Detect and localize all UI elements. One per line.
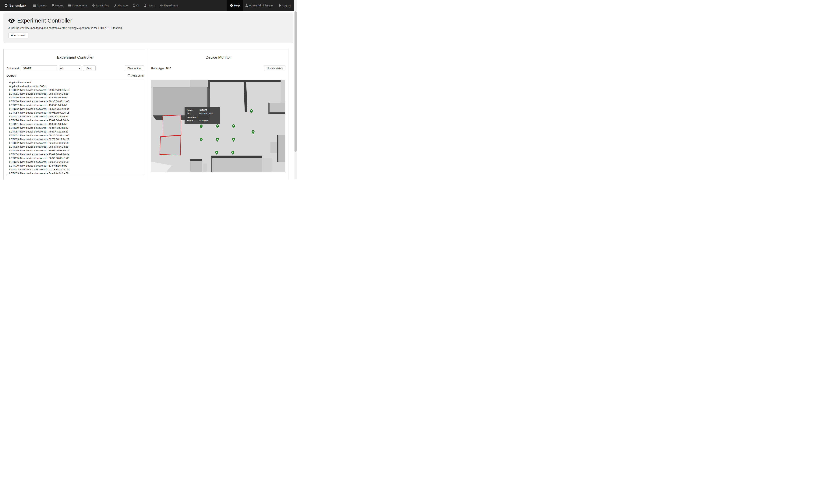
log-line: LGTC70: New device discovered - 25:69:3d… (9, 118, 142, 122)
update-states-button[interactable]: Update states (264, 65, 285, 71)
autoscroll-control[interactable]: Auto-scroll (128, 74, 144, 77)
radio-type-value: BLE (166, 67, 171, 70)
tooltip-location-value: 1 (197, 116, 198, 119)
list-icon (68, 4, 71, 7)
experiment-controller-panel: Experiment Controller Command: All Send … (3, 49, 147, 179)
log-line: LGTC51: New device discovered - 0c:e3:fe… (9, 92, 142, 96)
log-line: LGTC66: New device discovered - 6b:36:68… (9, 100, 142, 103)
log-line: Application started! (9, 81, 142, 85)
nav-item-label: CI (137, 4, 139, 7)
tooltip-status-row: Status: RUNNING (187, 119, 217, 122)
log-line: LGTC70: New device discovered - 13:ff:66… (9, 164, 142, 168)
navbar: SensorLab ClustersNodesComponentsMonitor… (0, 0, 297, 11)
log-line: LGTC51: New device discovered - 6b:36:68… (9, 134, 142, 137)
highlight-zone-1[interactable] (163, 115, 181, 136)
log-line: LGTC51: New device discovered - 4e:fe:40… (9, 115, 142, 118)
eye-icon (160, 4, 163, 6)
clock-icon (92, 4, 95, 7)
page-title-text: Experiment Controller (17, 18, 72, 24)
page-scrollbar-thumb[interactable] (294, 11, 296, 152)
command-input[interactable] (21, 66, 57, 71)
tooltip-location-row: Location: 1 (187, 116, 217, 119)
send-button[interactable]: Send (83, 66, 96, 71)
log-line: LGTC56: New device discovered - 0c:e3:fe… (9, 160, 142, 164)
tooltip-location-label: Location: (187, 116, 197, 119)
nav-item-nodes[interactable]: Nodes (49, 0, 66, 11)
controller-panel-title: Experiment Controller (7, 55, 144, 59)
tooltip-ip-row: IP: 192.168.12.51 (187, 112, 217, 115)
nav-item-users[interactable]: Users (142, 0, 157, 11)
page-scrollbar[interactable] (294, 0, 297, 179)
question-icon: ? (230, 4, 233, 7)
log-line: LGTC69: New device discovered - 4e:fe:40… (9, 126, 142, 130)
tooltip-ip-label: IP: (187, 112, 199, 115)
command-label: Command: (7, 67, 20, 70)
nav-item-label: Clusters (37, 4, 47, 7)
log-line: LGTC69: New device discovered - 52:73:88… (9, 137, 142, 141)
device-monitor-panel: Device Monitor Radio type: BLE Update st… (148, 49, 288, 179)
page-subtitle: A tool for real time monitoring and cont… (8, 26, 288, 29)
command-row: Command: All Send Clear output (7, 65, 144, 71)
autoscroll-checkbox[interactable] (128, 74, 130, 77)
nav-item-label: Components (72, 4, 88, 7)
monitor-header-row: Radio type: BLE Update states (151, 65, 285, 71)
main-content: Experiment Controller Command: All Send … (3, 49, 293, 179)
nav-item-label: Monitoring (96, 4, 109, 7)
brand[interactable]: SensorLab (3, 0, 28, 11)
clear-output-button[interactable]: Clear output (125, 65, 144, 71)
tooltip-status-value: RUNNING (199, 119, 209, 122)
refresh-icon (133, 4, 135, 7)
output-header-row: Output: Auto-scroll (7, 74, 144, 77)
floorplan-map (151, 80, 285, 172)
how-to-use-button[interactable]: How to use? (8, 32, 28, 39)
tooltip-ip-value: 192.168.12.51 (199, 112, 213, 115)
navbar-items: ClustersNodesComponentsMonitoringManageC… (31, 0, 180, 11)
log-line: LGTC52: New device discovered - 79:05:ad… (9, 88, 142, 92)
eye-icon (8, 19, 15, 23)
log-line: LGTC55: New device discovered - 79:05:ad… (9, 149, 142, 152)
page-title: Experiment Controller (8, 18, 288, 24)
svg-text:?: ? (231, 4, 232, 7)
target-select[interactable]: All (59, 66, 81, 71)
tooltip-name-label: Name: (187, 109, 199, 112)
grid-icon (33, 4, 35, 7)
device-map[interactable]: Name: LGTC51 IP: 192.168.12.51 Location:… (151, 80, 285, 172)
nav-item-label: Logout (282, 4, 291, 7)
nav-item-components[interactable]: Components (66, 0, 90, 11)
log-line: LGTC52: New device discovered - 0c:e3:fe… (9, 141, 142, 145)
log-line: LGTC53: New device discovered - 79:05:ad… (9, 111, 142, 115)
nav-item-label: Manage (118, 4, 127, 7)
log-line: Application duration set to: 600s! (9, 85, 142, 88)
nav-item-label: Users (148, 4, 155, 7)
log-line: LGTC56: New device discovered - 13:ff:66… (9, 96, 142, 100)
nav-item-logout[interactable]: Logout (276, 0, 293, 11)
nav-item-label: Admin Administrator (249, 4, 274, 7)
tooltip-status-label: Status: (187, 119, 199, 122)
output-log[interactable]: Application started!Application duration… (7, 79, 144, 175)
log-line: LGTC51: New device discovered - 13:ff:66… (9, 122, 142, 126)
tooltip-name-row: Name: LGTC51 (187, 109, 217, 112)
log-line: LGTC67: New device discovered - 4e:fe:40… (9, 130, 142, 134)
user-icon (245, 4, 248, 7)
autoscroll-label: Auto-scroll (132, 74, 144, 77)
wrench-icon (114, 4, 116, 7)
nav-item-help[interactable]: ?Help (227, 0, 243, 11)
logout-icon (279, 4, 281, 7)
radio-type: Radio type: BLE (151, 67, 171, 70)
user-icon (144, 4, 146, 7)
nav-item-experiment[interactable]: Experiment (157, 0, 180, 11)
nav-item-clusters[interactable]: Clusters (31, 0, 49, 11)
log-line: LGTC54: New device discovered - 25:69:3d… (9, 152, 142, 156)
log-line: LGTC53: New device discovered - 0c:e3:fe… (9, 145, 142, 149)
log-line: LGTC55: New device discovered - 6b:36:68… (9, 156, 142, 160)
spinner-icon (4, 4, 7, 7)
nav-item-ci[interactable]: CI (130, 0, 142, 11)
highlight-zone-2[interactable] (160, 136, 181, 155)
device-tooltip: Name: LGTC51 IP: 192.168.12.51 Location:… (185, 107, 220, 124)
nav-item-monitoring[interactable]: Monitoring (90, 0, 112, 11)
tooltip-name-value: LGTC51 (199, 109, 207, 112)
nav-item-admin-administrator[interactable]: Admin Administrator (243, 0, 276, 11)
radio-type-label: Radio type: (151, 67, 165, 70)
hero-panel: Experiment Controller A tool for real ti… (3, 13, 293, 43)
nav-item-manage[interactable]: Manage (112, 0, 130, 11)
